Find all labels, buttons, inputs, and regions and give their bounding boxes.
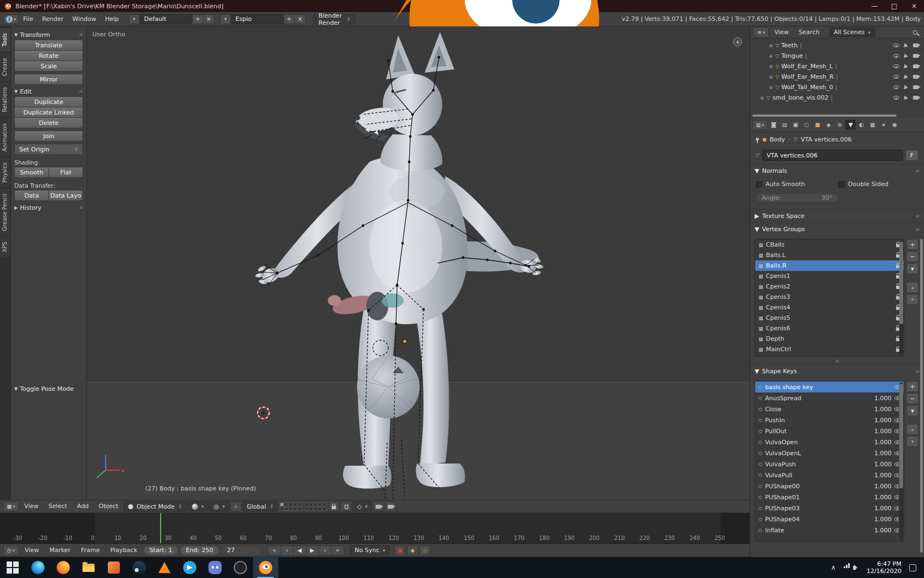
tab-xps[interactable]: XPS <box>0 237 10 257</box>
outliner-filter-dropdown[interactable]: All Scenes ▾ <box>829 28 875 37</box>
add-shape-key-button[interactable]: + <box>906 381 919 392</box>
minimize-button[interactable]: — <box>865 0 884 12</box>
menu-help[interactable]: Help <box>101 12 123 26</box>
viewport-shading-dropdown[interactable]: ▾ <box>188 501 208 511</box>
scene-name-field[interactable]: Espio <box>231 14 284 24</box>
tab-render-layers[interactable]: ▤ <box>779 119 790 130</box>
vertex-group-specials-button[interactable]: ▾ <box>906 263 919 274</box>
outliner-item-label[interactable]: Wolf_Ear_Mesh_L <box>781 63 833 70</box>
set-origin-dropdown[interactable]: Set Origin ⇕ <box>14 144 83 155</box>
breadcrumb-object[interactable]: Body <box>770 136 785 143</box>
panel-resize-grip[interactable]: ≡ <box>750 358 924 364</box>
selectability-icon[interactable] <box>904 74 909 79</box>
transform-panel-header[interactable]: ▼ Transform ≡ <box>14 30 83 40</box>
scale-button[interactable]: Scale <box>14 61 83 72</box>
visibility-eye-icon[interactable] <box>893 96 899 100</box>
tab-relations[interactable]: Relations <box>0 82 10 117</box>
pivot-dropdown[interactable]: ◎ ▾ <box>210 501 229 511</box>
vertex-group-label[interactable]: Depth <box>766 335 785 342</box>
vp-menu-select[interactable]: Select <box>44 499 72 514</box>
search-icon[interactable] <box>913 30 917 35</box>
render-visibility-icon[interactable] <box>913 54 919 58</box>
scrollbar-thumb[interactable] <box>899 384 903 488</box>
shape-key-label[interactable]: PUShape03 <box>765 505 800 512</box>
tab-grease-pencil[interactable]: Grease Pencil <box>0 189 10 236</box>
list-scrollbar[interactable] <box>899 241 903 355</box>
shape-key-value[interactable]: 1.000 <box>875 461 892 468</box>
duplicate-linked-button[interactable]: Duplicate Linked <box>14 107 83 118</box>
shape-key-label[interactable]: PullOut <box>765 428 787 435</box>
shape-key-row[interactable]: ◇VulvaPush1.000 <box>755 459 904 470</box>
vertex-group-row-selected[interactable]: ▦Balls.R <box>755 260 904 271</box>
shape-key-label[interactable]: VulvaOpen <box>765 439 798 446</box>
outliner-horizontal-scrollbar[interactable] <box>752 114 897 117</box>
selectability-icon[interactable] <box>904 85 909 90</box>
data-layout-transfer-button[interactable]: Data Layo <box>48 190 83 201</box>
outliner-menu-search[interactable]: Search <box>794 25 824 40</box>
vertex-group-label[interactable]: MainCtrl <box>766 346 791 353</box>
play-button[interactable]: ▶ <box>306 546 319 555</box>
shape-keys-list[interactable]: ◇basis shape key ◇AnusSpread1.000 ◇Close… <box>755 381 904 542</box>
shape-key-value[interactable]: 1.000 <box>875 406 892 413</box>
outliner-item-label[interactable]: Teeth <box>781 42 798 49</box>
shape-key-value[interactable]: 1.000 <box>875 417 892 424</box>
tab-modifiers[interactable]: ⊛ <box>834 119 845 130</box>
visibility-eye-icon[interactable] <box>893 75 899 79</box>
tl-menu-frame[interactable]: Frame <box>76 543 104 558</box>
outliner-item-label[interactable]: Wolf_Tail_Mesh_0 <box>781 84 833 91</box>
properties-scrollbar[interactable] <box>920 239 923 553</box>
shape-key-row[interactable]: ◇VulvaOpen1.000 <box>755 437 904 448</box>
tl-menu-playback[interactable]: Playback <box>106 543 141 558</box>
render-visibility-icon[interactable] <box>913 64 919 68</box>
double-sided-checkbox[interactable] <box>838 181 845 188</box>
expand-icon[interactable]: ⊕ <box>769 53 773 59</box>
jump-to-end-button[interactable]: » <box>331 546 344 555</box>
normals-panel-header[interactable]: ▼ Normals ≡ <box>750 164 924 177</box>
tab-object[interactable]: ■ <box>812 119 823 130</box>
shape-key-label[interactable]: AnusSpread <box>765 395 801 402</box>
shape-key-value[interactable]: 1.000 <box>875 428 892 435</box>
expand-icon[interactable]: ⊕ <box>769 85 773 90</box>
taskbar-app-icon-2[interactable] <box>228 557 253 578</box>
outliner-row[interactable]: ⊕ ▽ Teeth | <box>750 40 924 51</box>
history-panel-header[interactable]: ▶ History ≡ <box>14 203 83 212</box>
shape-key-row[interactable]: ◇PUShape031.000 <box>755 503 904 514</box>
volume-icon[interactable] <box>853 566 856 570</box>
auto-keyframe-record-button[interactable]: ● <box>394 546 405 555</box>
shape-key-label[interactable]: VulvaOpenL <box>765 450 801 457</box>
translate-button[interactable]: Translate <box>14 40 83 51</box>
outliner-row[interactable]: ⊕ ▽ Wolf_Ear_Mesh_L | <box>750 61 924 72</box>
duplicate-button[interactable]: Duplicate <box>14 96 83 107</box>
tab-physics[interactable]: ◉ <box>889 119 900 130</box>
move-key-up-button[interactable]: ▴ <box>906 424 919 435</box>
expand-icon[interactable]: ⊕ <box>769 43 773 48</box>
join-button[interactable]: Join <box>14 130 83 141</box>
shape-key-row[interactable]: ◇PushIn1.000 <box>755 415 904 426</box>
tab-render[interactable]: ◙ <box>768 119 779 130</box>
taskbar-browser-icon[interactable] <box>51 557 76 578</box>
tab-world[interactable]: ○ <box>801 119 812 130</box>
render-engine-dropdown[interactable]: Blender Render ⇕ <box>314 14 355 24</box>
move-group-up-button[interactable]: ▴ <box>906 282 919 293</box>
render-visibility-icon[interactable] <box>913 96 919 100</box>
expand-icon[interactable]: ⊕ <box>769 64 773 69</box>
tray-caret-icon[interactable]: ∧ <box>831 564 836 571</box>
visibility-eye-icon[interactable] <box>893 85 899 89</box>
outliner-row[interactable]: ⊕ ▽ smd_bone_vis.002 | <box>750 92 924 103</box>
move-group-down-button[interactable]: ▾ <box>906 294 919 305</box>
shape-key-value[interactable]: 1.000 <box>875 472 892 479</box>
shape-key-label[interactable]: Inflate <box>765 527 784 534</box>
start-frame-field[interactable]: Start: 1 <box>144 546 179 555</box>
outliner-menu-view[interactable]: View <box>770 25 793 40</box>
texture-space-panel-header[interactable]: ▶ Texture Space ≡ <box>750 209 924 222</box>
vertex-group-row[interactable]: ▦Cpenis5 <box>755 313 904 323</box>
shape-key-label[interactable]: PUShape01 <box>765 494 800 501</box>
tab-object-data[interactable]: ▼ <box>845 119 856 130</box>
shape-key-row[interactable]: ◇PullOut1.000 <box>755 426 904 437</box>
snap-element-dropdown[interactable]: ◇ ▾ <box>353 501 372 511</box>
vertex-group-label[interactable]: Balls.R <box>766 262 787 269</box>
viewport-editor-type-button[interactable]: ▦ ▾ <box>3 501 19 511</box>
selectability-icon[interactable] <box>904 53 909 58</box>
outliner-row[interactable]: ⊕ ▽ Wolf_Tail_Mesh_0 | <box>750 82 924 92</box>
vertex-group-row[interactable]: ▦Cpenis3 <box>755 292 904 302</box>
